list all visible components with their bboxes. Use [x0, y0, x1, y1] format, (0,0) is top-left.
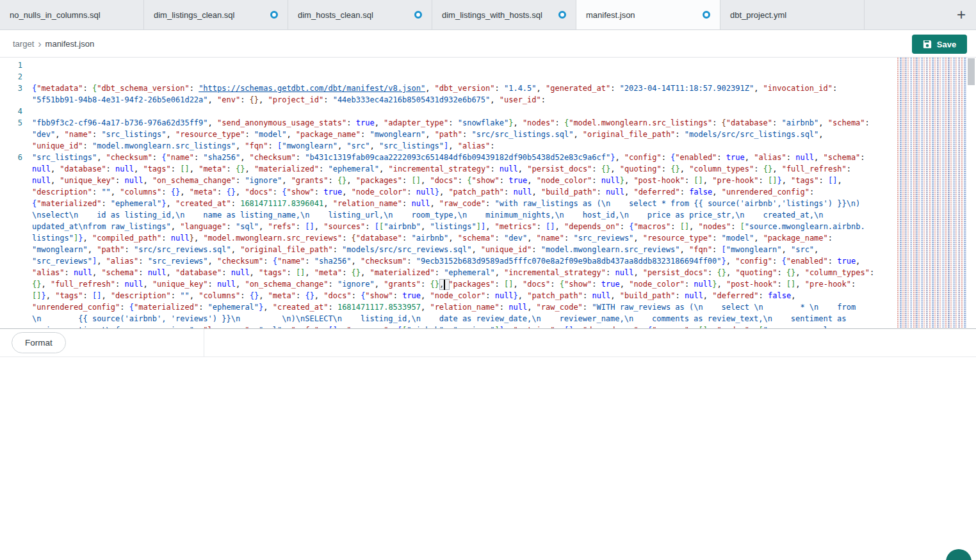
breadcrumb-chevron-icon: › — [38, 39, 41, 49]
code-text[interactable] — [32, 71, 897, 83]
code-row[interactable]: "unrendered_config": {"materialized": "e… — [0, 301, 897, 313]
code-row[interactable]: updated_at\nfrom raw_listings", "languag… — [0, 221, 897, 232]
code-row[interactable]: 5"fbb9f3c2-cf96-4a17-b736-976a62d35ff9",… — [0, 117, 897, 129]
code-text[interactable]: "unrendered_config": {"materialized": "e… — [32, 301, 897, 313]
line-number — [0, 313, 32, 324]
line-number — [0, 255, 32, 267]
code-text[interactable]: "description": "", "columns": {}, "meta"… — [32, 186, 897, 198]
code-text[interactable]: listings"]}, "compiled_path": null}, "mo… — [32, 232, 897, 244]
line-number: 2 — [0, 71, 32, 83]
scrollbar-thumb[interactable] — [968, 58, 975, 85]
code-text[interactable]: "fbb9f3c2-cf96-4a17-b736-976a62d35ff9", … — [32, 117, 897, 129]
code-row[interactable]: 3{"metadata": {"dbt_schema_version": "ht… — [0, 83, 897, 94]
save-button-label: Save — [937, 40, 956, 49]
tab-label: dim_hosts_clean.sql — [298, 10, 373, 20]
code-row[interactable]: {"materialized": "ephemeral"}, "created_… — [0, 198, 897, 209]
tabs-container: no_nulls_in_columns.sqldim_listings_clea… — [0, 0, 865, 29]
line-number — [0, 198, 32, 209]
format-button[interactable]: Format — [12, 332, 66, 353]
code-row[interactable]: 1 — [0, 60, 897, 71]
line-number — [0, 232, 32, 244]
line-number — [0, 290, 32, 301]
breadcrumb-folder: target — [13, 39, 34, 49]
new-tab-button[interactable]: + — [952, 5, 971, 24]
format-toolbar: Format — [0, 329, 976, 356]
code-row[interactable]: []}, "tags": [], "description": "", "col… — [0, 290, 897, 301]
editor-tab[interactable]: no_nulls_in_columns.sql — [0, 0, 144, 29]
tab-label: no_nulls_in_columns.sql — [10, 10, 101, 20]
code-text[interactable]: "src_listings", "checksum": {"name": "sh… — [32, 152, 897, 163]
vertical-scrollbar[interactable] — [966, 58, 976, 328]
code-row[interactable]: "src_reviews"], "alias": "src_reviews", … — [0, 255, 897, 267]
line-number — [0, 267, 32, 278]
code-text[interactable]: {"materialized": "ephemeral"}, "created_… — [32, 198, 897, 209]
code-text[interactable]: "5f51bb91-94b8-4e31-94f2-26b5e061d22a", … — [32, 94, 897, 106]
minimap[interactable] — [897, 58, 966, 328]
results-panel — [0, 357, 976, 560]
tab-label: manifest.json — [586, 10, 635, 20]
code-text[interactable]: []}, "tags": [], "description": "", "col… — [32, 290, 897, 301]
editor-tab[interactable]: dim_listings_clean.sql — [144, 0, 288, 29]
code-row[interactable]: "mwonglearn", "path": "src/src_reviews.s… — [0, 244, 897, 255]
code-row[interactable]: "description": "", "columns": {}, "meta"… — [0, 186, 897, 198]
line-number — [0, 301, 32, 313]
unsaved-changes-dot-icon[interactable] — [414, 11, 422, 19]
code-text[interactable]: null, "unique_key": null, "on_schema_cha… — [32, 175, 897, 186]
editor-tab[interactable]: manifest.json — [576, 0, 720, 29]
unsaved-changes-dot-icon[interactable] — [558, 11, 566, 19]
line-number: 5 — [0, 117, 32, 129]
floppy-disk-icon — [923, 40, 932, 49]
code-text[interactable]: updated_at\nfrom raw_listings", "languag… — [32, 221, 897, 232]
code-row[interactable]: "alias": null, "schema": null, "database… — [0, 267, 897, 278]
code-row[interactable]: "5f51bb91-94b8-4e31-94f2-26b5e061d22a", … — [0, 94, 897, 106]
code-row[interactable]: "dev", "name": "src_listings", "resource… — [0, 129, 897, 140]
line-number — [0, 94, 32, 106]
breadcrumb: target › manifest.json — [0, 39, 94, 49]
code-rows[interactable]: 123{"metadata": {"dbt_schema_version": "… — [0, 58, 897, 328]
tab-label: dim_listings_with_hosts.sql — [442, 10, 542, 20]
code-row[interactable]: {}, "full_refresh": null, "unique_key": … — [0, 278, 897, 290]
line-number: 4 — [0, 106, 32, 117]
code-text[interactable]: null, "database": null, "tags": [], "met… — [32, 163, 897, 175]
line-number — [0, 244, 32, 255]
code-text[interactable]: "alias": null, "schema": null, "database… — [32, 267, 897, 278]
line-number — [0, 129, 32, 140]
line-number: 1 — [0, 60, 32, 71]
code-text[interactable] — [32, 60, 897, 71]
code-row[interactable]: 4 — [0, 106, 897, 117]
editor-tab[interactable]: dim_hosts_clean.sql — [288, 0, 432, 29]
file-header-bar: target › manifest.json Save — [0, 31, 976, 58]
line-number: 6 — [0, 152, 32, 163]
code-text[interactable]: "dev", "name": "src_listings", "resource… — [32, 129, 897, 140]
code-row[interactable]: 2 — [0, 71, 897, 83]
code-row[interactable]: "unique_id": "model.mwonglearn.src_listi… — [0, 140, 897, 152]
editor-tab[interactable]: dim_listings_with_hosts.sql — [432, 0, 576, 29]
code-row[interactable]: null, "database": null, "tags": [], "met… — [0, 163, 897, 175]
code-row[interactable]: \nselect\n id as listing_id,\n name as l… — [0, 209, 897, 221]
tab-label: dim_listings_clean.sql — [154, 10, 234, 20]
code-text[interactable]: \nselect\n id as listing_id,\n name as l… — [32, 209, 897, 221]
unsaved-changes-dot-icon[interactable] — [703, 11, 710, 19]
save-button[interactable]: Save — [912, 35, 967, 54]
code-row[interactable]: 6"src_listings", "checksum": {"name": "s… — [0, 152, 897, 163]
code-row[interactable]: listings"]}, "compiled_path": null}, "mo… — [0, 232, 897, 244]
code-text[interactable]: "unique_id": "model.mwonglearn.src_listi… — [32, 140, 897, 152]
unsaved-changes-dot-icon[interactable] — [270, 11, 278, 19]
code-row[interactable]: null, "unique_key": null, "on_schema_cha… — [0, 175, 897, 186]
line-number — [0, 221, 32, 232]
code-text[interactable]: {"metadata": {"dbt_schema_version": "htt… — [32, 83, 897, 94]
code-row[interactable]: \n {{ source('airbnb', 'reviews') }}\n \… — [0, 313, 897, 324]
tab-label: dbt_project.yml — [730, 10, 786, 20]
code-text[interactable]: "src_reviews"], "alias": "src_reviews", … — [32, 255, 897, 267]
code-text[interactable] — [32, 106, 897, 117]
code-text[interactable]: {}, "full_refresh": null, "unique_key": … — [32, 278, 897, 290]
editor-tab[interactable]: dbt_project.yml — [720, 0, 865, 29]
code-editor[interactable]: 123{"metadata": {"dbt_schema_version": "… — [0, 58, 976, 328]
line-number — [0, 175, 32, 186]
code-text[interactable]: "mwonglearn", "path": "src/src_reviews.s… — [32, 244, 897, 255]
line-number — [0, 186, 32, 198]
toolbar-divider — [204, 329, 204, 356]
code-text[interactable]: \n {{ source('airbnb', 'reviews') }}\n \… — [32, 313, 897, 324]
line-number — [0, 278, 32, 290]
breadcrumb-file: manifest.json — [45, 39, 95, 49]
